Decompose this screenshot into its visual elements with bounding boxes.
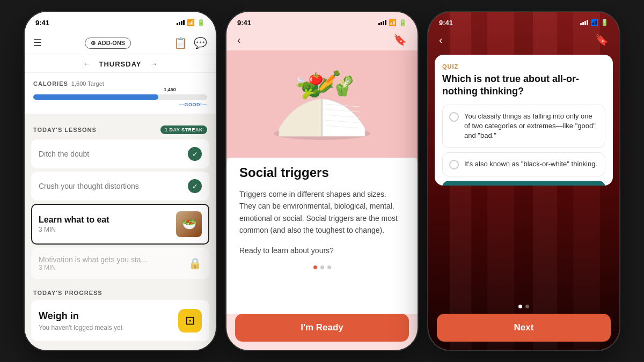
weigh-in-subtitle: You haven't logged meals yet — [39, 324, 122, 331]
streak-badge: 1 DAY STREAK — [160, 125, 207, 134]
book-icon[interactable]: 📋 — [174, 36, 187, 49]
status-bar-3: 9:41 📶 🔋 — [428, 12, 619, 31]
signal-bar-2 — [179, 22, 180, 25]
lesson-title-1: Ditch the doubt — [39, 150, 89, 158]
calories-current: 1,450 — [164, 87, 176, 92]
veggie-emoji-4: 🍅 — [309, 71, 324, 86]
lesson-item-2[interactable]: Crush your thought distortions ✓ — [31, 172, 209, 201]
hero-image-area: 🥦 🌽 🫑 🍅 🥕 🥬 🍃 — [226, 50, 418, 158]
status-bar-2: 9:41 📶 🔋 — [226, 12, 418, 31]
option-text-2: It's also known as "black-or-white" thin… — [464, 159, 597, 169]
status-bar-1: 9:41 📶 🔋 — [25, 12, 216, 31]
battery-icon: 🔋 — [197, 19, 205, 26]
calories-label: CALORIES — [33, 80, 68, 87]
progress-fill — [33, 94, 158, 100]
wifi-icon: 📶 — [187, 19, 195, 26]
wifi-icon-2: 📶 — [389, 19, 397, 26]
current-day: THURSDAY — [99, 60, 141, 68]
book-veggie-illustration: 🥦 🌽 🫑 🍅 🥕 🥬 🍃 — [263, 58, 381, 150]
signal-bars-3 — [580, 20, 588, 25]
s3-3 — [584, 21, 586, 25]
s2 — [380, 22, 382, 25]
phones-container: 9:41 📶 🔋 ☰ ⊕ ADD-ONS — [0, 0, 644, 362]
status-icons-2: 📶 🔋 — [378, 19, 407, 26]
dots-row-2 — [239, 257, 405, 278]
quiz-card: QUIZ Which is not true about all-or-noth… — [435, 55, 613, 186]
lesson-title-4: Motivation is what gets you sta... — [39, 255, 147, 264]
quiz-option-1[interactable]: You classify things as falling into only… — [442, 105, 605, 148]
next-day-button[interactable]: → — [150, 60, 158, 68]
phone3-dots — [428, 299, 619, 314]
phone3-dot-2 — [525, 305, 529, 308]
veggie-emoji-6: 🥬 — [341, 75, 354, 88]
veggie-emoji-7: 🍃 — [294, 76, 306, 88]
quiz-question: Which is not true about all-or-nothing t… — [442, 73, 605, 97]
phone1-content: ☰ ⊕ ADD-ONS 📋 💬 ← THURSDAY → CALORI — [25, 31, 216, 350]
quiz-option-2[interactable]: It's also known as "black-or-white" thin… — [442, 152, 605, 176]
calories-section: CALORIES 1,600 Target 1,450 —GOOD!— — [25, 73, 216, 114]
s3-4 — [587, 20, 588, 25]
phone3-dot-1 — [518, 305, 522, 308]
status-time-3: 9:41 — [439, 19, 453, 27]
wifi-icon-3: 📶 — [590, 19, 598, 26]
status-icons-1: 📶 🔋 — [177, 19, 205, 26]
status-icons-3: 📶 🔋 — [580, 19, 609, 26]
lesson-duration-4: 3 MIN — [39, 264, 147, 271]
dot-2-1 — [313, 265, 317, 269]
day-nav: ← THURSDAY → — [25, 55, 216, 73]
status-time-1: 9:41 — [35, 19, 49, 27]
s3-2 — [582, 22, 584, 25]
lesson-item-4: Motivation is what gets you sta... 3 MIN… — [31, 248, 209, 279]
quiz-option-3[interactable]: Thinking, I can have a slice of cake bec… — [442, 181, 605, 186]
phone3-overlay: 9:41 📶 🔋 ‹ 🔖 QUIZ — [428, 12, 619, 350]
signal-bar-1 — [177, 23, 178, 25]
prev-day-button[interactable]: ← — [83, 60, 90, 68]
option-text-1: You classify things as falling into only… — [464, 112, 598, 141]
im-ready-button[interactable]: I'm Ready — [235, 314, 409, 342]
lesson-title-2: Crush your thought distortions — [39, 182, 139, 190]
hamburger-icon[interactable]: ☰ — [33, 37, 42, 49]
add-ons-label: ADD-ONS — [98, 40, 125, 46]
phone2-body: Social triggers Triggers come in differe… — [226, 152, 418, 314]
radio-1 — [449, 112, 459, 122]
good-label: —GOOD!— — [33, 102, 207, 107]
calories-progress-bar: 1,450 — [33, 94, 207, 100]
back-button-2[interactable]: ‹ — [237, 34, 241, 46]
signal-bars — [177, 20, 185, 25]
s4 — [385, 20, 386, 25]
s1 — [378, 23, 380, 25]
phone-3: 9:41 📶 🔋 ‹ 🔖 QUIZ — [427, 11, 620, 351]
lesson-title-3: Learn what to eat — [39, 215, 109, 225]
battery-icon-2: 🔋 — [399, 19, 407, 26]
status-time-2: 9:41 — [237, 19, 251, 27]
check-icon-1: ✓ — [188, 147, 202, 161]
calories-target: 1,600 Target — [71, 80, 104, 87]
lesson-item-1[interactable]: Ditch the doubt ✓ — [31, 139, 209, 168]
check-icon-2: ✓ — [188, 179, 202, 193]
article-body-1: Triggers come in different shapes and si… — [239, 188, 405, 237]
plus-icon: ⊕ — [91, 40, 96, 47]
bookmark-button-3[interactable]: 🔖 — [595, 33, 609, 46]
back-button-3[interactable]: ‹ — [439, 34, 443, 46]
weigh-in-title: Weigh in — [39, 311, 122, 322]
article-ready: Ready to learn about yours? — [239, 245, 405, 256]
chat-icon[interactable]: 💬 — [194, 36, 207, 49]
lesson-thumbnail-3: 🥗 — [176, 211, 202, 237]
signal-bar-4 — [183, 20, 185, 25]
battery-icon-3: 🔋 — [601, 19, 609, 26]
radio-2 — [449, 160, 459, 169]
weigh-icon: ⊡ — [178, 309, 202, 333]
add-ons-button[interactable]: ⊕ ADD-ONS — [85, 38, 131, 49]
phone3-header: ‹ 🔖 — [428, 31, 619, 50]
weigh-in-card[interactable]: Weigh in You haven't logged meals yet ⊡ — [31, 300, 209, 341]
next-button[interactable]: Next — [437, 314, 611, 342]
lesson-item-3[interactable]: Learn what to eat 3 MIN 🥗 — [31, 204, 209, 245]
bookmark-button-2[interactable]: 🔖 — [393, 33, 407, 46]
s3-1 — [580, 23, 582, 25]
lesson-info-3: Learn what to eat 3 MIN — [39, 215, 109, 233]
phone2-header: ‹ 🔖 — [226, 31, 418, 50]
dot-2-2 — [320, 265, 324, 269]
signal-bars-2 — [378, 20, 386, 25]
lessons-title: TODAY'S LESSONS — [33, 127, 97, 133]
phone1-header: ☰ ⊕ ADD-ONS 📋 💬 — [25, 31, 216, 55]
